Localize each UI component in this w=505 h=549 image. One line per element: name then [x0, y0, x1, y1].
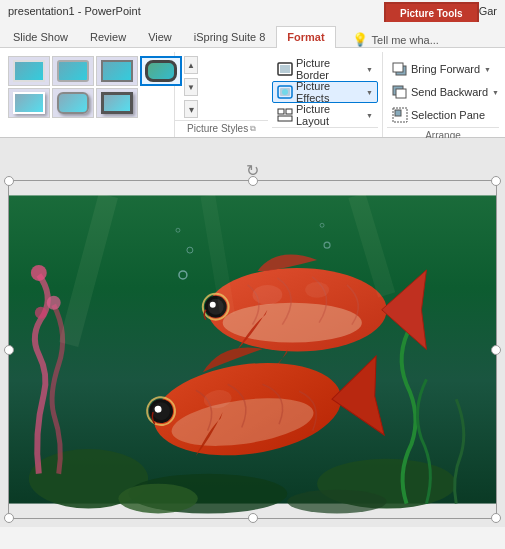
svg-point-4 — [282, 89, 288, 95]
arrange-group: Bring Forward ▼ Send Backward ▼ Selectio… — [383, 52, 503, 137]
handle-bottom-right[interactable] — [491, 513, 501, 523]
tell-me-text[interactable]: Tell me wha... — [372, 34, 439, 46]
handle-top-left[interactable] — [4, 176, 14, 186]
svg-point-19 — [47, 296, 61, 310]
bring-forward-row: Bring Forward ▼ — [387, 58, 499, 80]
pic-style-6[interactable] — [52, 88, 94, 118]
border-icon — [277, 62, 293, 76]
selection-pane-btn[interactable]: Selection Pane — [387, 104, 490, 126]
lightbulb-icon: 💡 — [352, 32, 368, 47]
ribbon-content: ▲ ▼ ▾ Picture Styles ⧉ Picture Border ▼ … — [0, 48, 505, 138]
svg-rect-6 — [286, 109, 292, 114]
svg-point-21 — [118, 484, 198, 514]
svg-point-20 — [35, 307, 47, 319]
layout-dropdown[interactable]: ▼ — [366, 112, 373, 119]
title-bar: presentation1 - PowerPoint Picture Tools… — [0, 0, 505, 22]
bring-forward-dropdown[interactable]: ▼ — [484, 66, 491, 73]
border-dropdown[interactable]: ▼ — [366, 66, 373, 73]
effects-dropdown[interactable]: ▼ — [366, 89, 373, 96]
svg-rect-9 — [393, 63, 403, 72]
handle-top-right[interactable] — [491, 176, 501, 186]
picture-styles-label: Picture Styles ⧉ — [175, 120, 268, 137]
svg-point-22 — [287, 490, 386, 514]
layout-icon — [277, 108, 293, 122]
selected-image-frame[interactable] — [8, 180, 497, 519]
selection-pane-row: Selection Pane — [387, 104, 499, 126]
svg-point-18 — [31, 265, 47, 281]
expand-icon[interactable]: ⧉ — [250, 124, 256, 134]
svg-rect-5 — [278, 109, 284, 114]
selection-pane-icon — [392, 107, 408, 123]
tab-ispring[interactable]: iSpring Suite 8 — [183, 26, 277, 48]
picture-options-group: Picture Border ▼ Picture Effects ▼ Pictu… — [268, 52, 383, 137]
send-backward-icon — [392, 84, 408, 100]
handle-bottom-center[interactable] — [248, 513, 258, 523]
svg-rect-11 — [396, 89, 406, 98]
svg-rect-13 — [395, 110, 401, 116]
send-backward-btn[interactable]: Send Backward ▼ — [387, 81, 504, 103]
handle-middle-left[interactable] — [4, 345, 14, 355]
fish-image — [9, 181, 496, 518]
svg-point-29 — [253, 285, 283, 305]
handle-middle-right[interactable] — [491, 345, 501, 355]
picture-tools-tab[interactable]: Picture Tools — [384, 2, 479, 22]
send-backward-dropdown[interactable]: ▼ — [492, 89, 499, 96]
content-area[interactable]: ↻ — [0, 138, 505, 527]
pic-styles-row-1 — [8, 56, 182, 86]
svg-point-24 — [223, 303, 362, 343]
tab-format[interactable]: Format — [276, 26, 335, 48]
svg-point-27 — [210, 302, 216, 308]
title-text: presentation1 - PowerPoint — [8, 5, 141, 17]
garmin-area: Gar — [479, 0, 505, 22]
picture-border-btn[interactable]: Picture Border ▼ — [272, 58, 378, 80]
tab-view[interactable]: View — [137, 26, 183, 48]
thumbs-container — [8, 56, 182, 118]
bring-forward-btn[interactable]: Bring Forward ▼ — [387, 58, 496, 80]
svg-point-30 — [305, 282, 329, 298]
picture-styles-group: ▲ ▼ ▾ — [2, 52, 175, 137]
svg-rect-1 — [280, 65, 290, 73]
handle-bottom-left[interactable] — [4, 513, 14, 523]
window-title: presentation1 - PowerPoint — [0, 0, 384, 22]
picture-layout-btn[interactable]: Picture Layout ▼ — [272, 104, 378, 126]
pic-styles-row-2 — [8, 88, 182, 118]
right-text: Gar — [479, 5, 497, 17]
pic-style-5[interactable] — [8, 88, 50, 118]
effects-icon — [277, 85, 293, 99]
handle-top-center[interactable] — [248, 176, 258, 186]
pic-style-1[interactable] — [8, 56, 50, 86]
tab-review[interactable]: Review — [79, 26, 137, 48]
picture-effects-btn[interactable]: Picture Effects ▼ — [272, 81, 378, 103]
tell-me-area[interactable]: 💡 Tell me wha... — [336, 32, 503, 47]
send-backward-row: Send Backward ▼ — [387, 81, 499, 103]
pic-style-7[interactable] — [96, 88, 138, 118]
pic-style-4[interactable] — [140, 56, 182, 86]
bring-forward-icon — [392, 61, 408, 77]
picture-tools-area: Picture Tools — [384, 0, 479, 22]
pic-style-2[interactable] — [52, 56, 94, 86]
svg-rect-7 — [278, 116, 292, 121]
pic-style-3[interactable] — [96, 56, 138, 86]
picture-styles-label-col: Picture Styles ⧉ — [175, 52, 268, 137]
ribbon-tabs: Slide Show Review View iSpring Suite 8 F… — [0, 22, 505, 48]
tab-slideshow[interactable]: Slide Show — [2, 26, 79, 48]
